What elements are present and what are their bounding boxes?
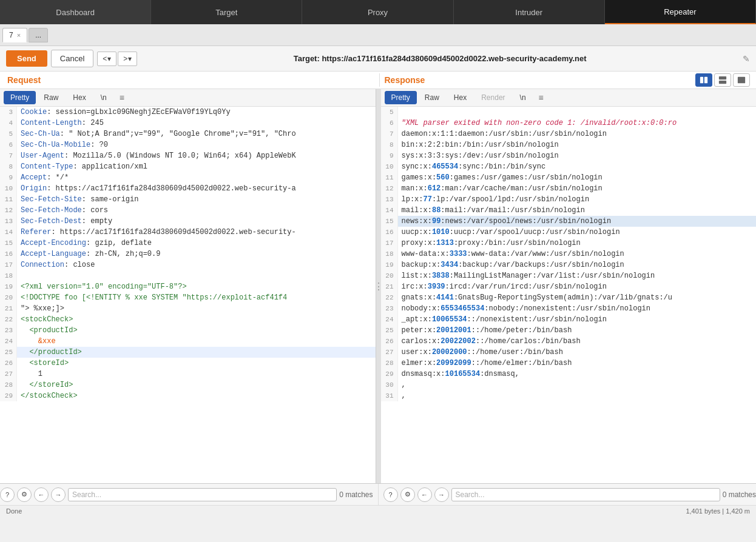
layout-split-h-icon[interactable] xyxy=(695,73,712,87)
table-row: 29</stockCheck> xyxy=(0,390,376,401)
request-tab-hex[interactable]: Hex xyxy=(66,91,92,104)
layout-single-icon[interactable] xyxy=(733,73,750,87)
request-tab-n[interactable]: \n xyxy=(94,91,113,104)
line-content: "> %xxe;]> xyxy=(17,303,376,314)
table-row: 3Cookie: session=gLbxlc09GNeghjZEcEFWaV0… xyxy=(0,107,376,118)
line-number: 7 xyxy=(381,129,398,139)
response-tab-raw[interactable]: Raw xyxy=(418,91,446,104)
request-code-area[interactable]: 3Cookie: session=gLbxlc09GNeghjZEcEFWaV0… xyxy=(0,107,376,483)
response-back-icon[interactable]: ← xyxy=(417,487,432,502)
line-number: 16 xyxy=(0,249,17,259)
status-left: Done xyxy=(6,507,22,517)
table-row: 16Accept-Language: zh-CN, zh;q=0.9 xyxy=(0,249,376,259)
table-row: 12man:x:612:man:/var/cache/man:/usr/sbin… xyxy=(381,183,757,194)
response-search-input[interactable] xyxy=(451,488,720,501)
response-matches-label: 0 matches xyxy=(723,490,756,499)
line-content: irc:x:3939:ircd:/var/run/ircd:/usr/sbin/… xyxy=(398,281,757,292)
line-number: 9 xyxy=(381,150,398,161)
table-row: 10Origin: https://ac171f161fa284d380609d… xyxy=(0,183,376,194)
table-row: 27user:x:20002000::/home/user:/bin/bash xyxy=(381,347,757,358)
request-settings-icon[interactable]: ⚙ xyxy=(17,487,32,502)
response-more-icon[interactable]: ≡ xyxy=(534,90,548,105)
line-number: 5 xyxy=(381,107,398,118)
line-number: 10 xyxy=(0,183,17,194)
response-code-area[interactable]: 56"XML parser exited with non-zero code … xyxy=(381,107,757,483)
tab-close-icon[interactable]: × xyxy=(17,32,21,39)
table-row: 30, xyxy=(381,380,757,390)
line-content: <storeId> xyxy=(17,358,376,369)
target-label: Target: https://ac171f161fa284d380609d45… xyxy=(141,54,739,63)
next-dropdown-icon: ▾ xyxy=(128,55,132,63)
response-forward-icon[interactable]: → xyxy=(434,487,449,502)
line-number: 25 xyxy=(0,347,17,358)
response-tab-n[interactable]: \n xyxy=(513,91,533,104)
svg-rect-4 xyxy=(738,77,745,84)
line-content: mail:x:88:mail:/var/mail:/usr/sbin/nolog… xyxy=(398,205,757,216)
response-panel: Pretty Raw Hex Render \n ≡ 56"XML parser… xyxy=(381,89,757,483)
nav-intruder[interactable]: Intruder xyxy=(454,0,605,24)
request-more-icon[interactable]: ≡ xyxy=(115,90,129,105)
line-content: </stockCheck> xyxy=(17,390,376,401)
table-row: 26carlos:x:20022002::/home/carlos:/bin/b… xyxy=(381,336,757,347)
line-number: 17 xyxy=(381,238,398,249)
svg-rect-2 xyxy=(719,76,726,79)
line-content: sync:x:465534:sync:/bin:/bin/sync xyxy=(398,161,757,172)
line-content: Sec-Ch-Ua: " Not;A Brand";v="99", "Googl… xyxy=(17,129,376,139)
tab-7[interactable]: 7 × xyxy=(2,28,27,42)
request-search-bar: ? ⚙ ← → 0 matches xyxy=(0,484,379,505)
nav-dashboard[interactable]: Dashboard xyxy=(0,0,151,24)
line-content xyxy=(17,270,376,281)
nav-buttons: < ▾ > ▾ xyxy=(97,52,137,66)
line-number: 17 xyxy=(0,259,17,270)
send-button[interactable]: Send xyxy=(6,50,47,67)
line-number: 26 xyxy=(381,336,398,347)
table-row: 11games:x:560:games:/usr/games:/usr/sbin… xyxy=(381,172,757,183)
nav-target[interactable]: Target xyxy=(151,0,302,24)
response-tab-hex[interactable]: Hex xyxy=(447,91,473,104)
response-settings-icon[interactable]: ⚙ xyxy=(400,487,415,502)
table-row: 9sys:x:3:3:sys:/dev:/usr/sbin/nologin xyxy=(381,150,757,161)
line-number: 6 xyxy=(0,139,17,150)
status-bar: Done 1,401 bytes | 1,420 m xyxy=(0,505,756,518)
table-row: 6"XML parser exited with non-zero code 1… xyxy=(381,118,757,129)
cancel-button[interactable]: Cancel xyxy=(51,50,93,67)
table-row: 26 <storeId> xyxy=(0,358,376,369)
table-row: 15news:x:99:news:/var/spool/news:/usr/sb… xyxy=(381,216,757,227)
request-search-input[interactable] xyxy=(68,488,337,501)
table-row: 8Content-Type: application/xml xyxy=(0,161,376,172)
next-button[interactable]: > ▾ xyxy=(118,52,137,66)
line-content: Accept-Language: zh-CN, zh;q=0.9 xyxy=(17,249,376,259)
tab-more[interactable]: ... xyxy=(29,28,48,42)
edit-icon[interactable]: ✎ xyxy=(743,54,750,64)
request-tab-raw[interactable]: Raw xyxy=(37,91,65,104)
line-number: 23 xyxy=(0,325,17,336)
svg-rect-3 xyxy=(719,81,726,84)
line-content: _apt:x:10065534::/nonexistent:/usr/sbin/… xyxy=(398,314,757,325)
line-content: Referer: https://ac171f161fa284d380609d4… xyxy=(17,227,376,238)
nav-proxy[interactable]: Proxy xyxy=(302,0,453,24)
response-help-icon[interactable]: ? xyxy=(383,487,398,502)
line-number: 20 xyxy=(0,292,17,303)
line-number: 6 xyxy=(381,118,398,129)
line-content: <?xml version="1.0" encoding="UTF-8"?> xyxy=(17,281,376,292)
nav-repeater[interactable]: Repeater xyxy=(605,0,756,24)
line-number: 15 xyxy=(381,216,398,227)
line-content: "XML parser exited with non-zero code 1:… xyxy=(398,118,757,129)
table-row: 16uucp:x:1010:uucp:/var/spool/uucp:/usr/… xyxy=(381,227,757,238)
table-row: 7User-Agent: Mozilla/5.0 (Windows NT 10.… xyxy=(0,150,376,161)
line-content: Accept-Encoding: gzip, deflate xyxy=(17,238,376,249)
prev-button[interactable]: < ▾ xyxy=(97,52,116,66)
request-back-icon[interactable]: ← xyxy=(34,487,49,502)
response-tab-pretty[interactable]: Pretty xyxy=(385,91,417,104)
request-help-icon[interactable]: ? xyxy=(0,487,15,502)
line-content: sys:x:3:3:sys:/dev:/usr/sbin/nologin xyxy=(398,150,757,161)
line-content: Sec-Fetch-Site: same-origin xyxy=(17,194,376,205)
line-content xyxy=(398,107,757,118)
table-row: 5Sec-Ch-Ua: " Not;A Brand";v="99", "Goog… xyxy=(0,129,376,139)
layout-split-v-icon[interactable] xyxy=(714,73,731,87)
request-forward-icon[interactable]: → xyxy=(51,487,66,502)
request-tab-pretty[interactable]: Pretty xyxy=(4,91,36,104)
svg-rect-0 xyxy=(700,77,703,84)
panel-divider[interactable] xyxy=(376,89,381,483)
tab-more-label: ... xyxy=(35,31,41,39)
